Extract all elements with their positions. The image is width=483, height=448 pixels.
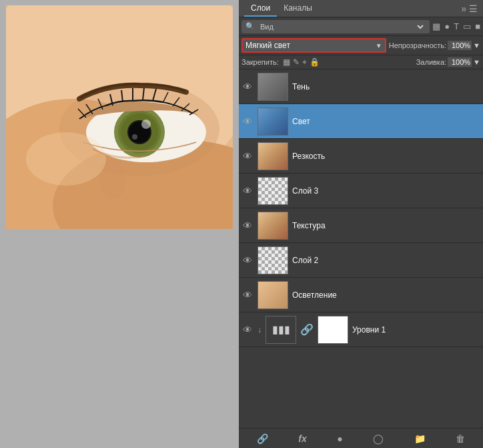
- layer-name-layer3: Слой 3: [292, 186, 318, 196]
- layer-name-layer2: Слой 2: [292, 256, 318, 265]
- opacity-input[interactable]: [448, 41, 472, 50]
- visibility-icon-levels[interactable]: 👁: [242, 324, 254, 336]
- panel-content: 👁 Тень 👁 Свет 👁: [239, 69, 483, 428]
- panel: Слои Каналы » ☰ 🔍 Вид ▦ ● T ▭ ■ Нормальн…: [239, 0, 483, 448]
- fill-section: Заливка: ▼: [416, 57, 480, 67]
- adjustment-icon[interactable]: ●: [337, 433, 342, 444]
- link-icon[interactable]: 🔗: [257, 433, 268, 444]
- visibility-icon-sharp[interactable]: 👁: [242, 150, 254, 162]
- fill-arrow-icon: ▼: [473, 58, 480, 66]
- panel-tab-icons: » ☰: [461, 3, 478, 14]
- opacity-section: Непрозрачность: ▼: [389, 41, 480, 50]
- layer-thumb-bright: [258, 281, 288, 309]
- rect-icon[interactable]: ▭: [463, 21, 471, 31]
- blend-mode-row: Нормальный Растворить Затемнение Умножен…: [239, 36, 483, 55]
- visibility-icon-shadow[interactable]: 👁: [242, 81, 254, 93]
- panel-menu-icon[interactable]: »: [461, 3, 466, 14]
- svg-point-12: [132, 134, 137, 140]
- layer-thumb-light: [258, 107, 288, 136]
- below-canvas-area: [6, 232, 233, 443]
- layer-down-arrow-icon: ↓: [258, 325, 262, 334]
- blend-mode-wrapper[interactable]: Нормальный Растворить Затемнение Умножен…: [242, 38, 386, 53]
- photo-canvas[interactable]: [6, 5, 233, 229]
- toolbar-icons: ▦ ● T ▭ ■: [432, 21, 480, 31]
- opacity-arrow-icon: ▼: [473, 41, 480, 49]
- layer-thumb-layer3: [258, 177, 288, 205]
- lock-pos-icon[interactable]: ⌖: [302, 57, 307, 67]
- layer-name-levels: Уровни 1: [352, 325, 386, 334]
- lock-row: Закрепить: ▦ ✎ ⌖ 🔒 Заливка: ▼: [239, 55, 483, 69]
- visibility-icon-light[interactable]: 👁: [242, 116, 254, 128]
- layer-item-levels[interactable]: 👁 ↓ ▮▮▮ 🔗 Уровни 1: [239, 312, 483, 347]
- lock-icons: ▦ ✎ ⌖ 🔒: [283, 57, 320, 67]
- fill-label: Заливка:: [416, 58, 446, 66]
- layer-item-light[interactable]: 👁 Свет: [239, 104, 483, 139]
- opacity-label: Непрозрачность:: [389, 41, 446, 49]
- layer-mask-levels: [318, 316, 348, 344]
- visibility-icon-bright[interactable]: 👁: [242, 289, 254, 301]
- layer-name-bright: Осветление: [292, 290, 337, 300]
- layers-list[interactable]: 👁 Тень 👁 Свет 👁: [239, 69, 483, 428]
- layer-name-texture: Текстура: [292, 221, 326, 230]
- trash-icon[interactable]: 🗑: [456, 433, 465, 444]
- layer-thumb-layer2: [258, 246, 288, 274]
- panel-close-icon[interactable]: ☰: [469, 3, 478, 14]
- layer-thumb-levels-icon: ▮▮▮: [266, 316, 296, 344]
- layer-thumb-sharp: [258, 142, 288, 170]
- layer-item-bright[interactable]: 👁 Осветление: [239, 278, 483, 312]
- mask-icon[interactable]: ◯: [373, 433, 384, 444]
- layer-thumb-shadow: [258, 73, 288, 101]
- layer-name-light: Свет: [292, 117, 310, 126]
- view-select[interactable]: Вид: [258, 22, 426, 31]
- canvas-area: [0, 0, 239, 448]
- svg-point-26: [26, 132, 106, 186]
- circle-icon[interactable]: ●: [444, 21, 450, 31]
- panel-footer: 🔗 fx ● ◯ 📁 🗑: [239, 428, 483, 448]
- search-box[interactable]: 🔍 Вид: [242, 20, 430, 33]
- lock-paint-icon[interactable]: ✎: [293, 57, 300, 67]
- layer-item-layer2[interactable]: 👁 Слой 2: [239, 243, 483, 278]
- lock-px-icon[interactable]: ▦: [283, 57, 290, 67]
- visibility-icon-texture[interactable]: 👁: [242, 220, 254, 232]
- toolbar-row: 🔍 Вид ▦ ● T ▭ ■: [239, 17, 483, 36]
- layer-item-shadow[interactable]: 👁 Тень: [239, 69, 483, 104]
- layers-container: 👁 Тень 👁 Свет 👁: [239, 69, 483, 428]
- layer-item-texture[interactable]: 👁 Текстура: [239, 208, 483, 243]
- layer-name-shadow: Тень: [292, 82, 310, 91]
- search-icon: 🔍: [246, 22, 255, 31]
- visibility-icon-layer3[interactable]: 👁: [242, 185, 254, 197]
- lock-label: Закрепить:: [242, 58, 279, 66]
- move-icon[interactable]: ■: [475, 21, 480, 31]
- footer-icons: 🔗 fx ● ◯ 📁 🗑: [242, 433, 480, 444]
- image-icon[interactable]: ▦: [432, 21, 440, 31]
- fill-input[interactable]: [448, 57, 472, 67]
- panel-tabs: Слои Каналы » ☰: [239, 0, 483, 17]
- text-icon[interactable]: T: [454, 21, 459, 31]
- tab-channels[interactable]: Каналы: [277, 1, 319, 17]
- layer-name-sharp: Резкость: [292, 152, 325, 161]
- chain-icon: 🔗: [300, 323, 314, 336]
- fx-icon[interactable]: fx: [298, 433, 306, 444]
- tab-layers[interactable]: Слои: [244, 1, 277, 17]
- svg-point-11: [141, 120, 151, 129]
- visibility-icon-layer2[interactable]: 👁: [242, 254, 254, 266]
- folder-icon[interactable]: 📁: [414, 433, 426, 444]
- layer-thumb-texture: [258, 212, 288, 240]
- lock-all-icon[interactable]: 🔒: [310, 57, 320, 67]
- layer-item-layer3[interactable]: 👁 Слой 3: [239, 174, 483, 208]
- blend-mode-select[interactable]: Нормальный Растворить Затемнение Умножен…: [243, 39, 385, 51]
- layer-item-sharp[interactable]: 👁 Резкость: [239, 139, 483, 174]
